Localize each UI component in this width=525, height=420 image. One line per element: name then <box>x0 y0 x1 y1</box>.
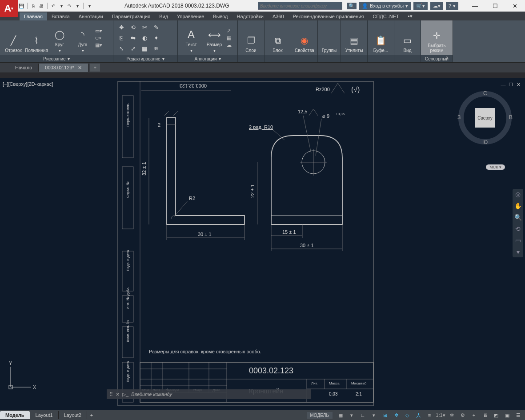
tab-insert[interactable]: Вставка <box>47 12 74 20</box>
lineweight-icon[interactable]: ≡ <box>425 411 434 419</box>
layers-button[interactable]: ❐Слои <box>240 22 261 54</box>
panel-draw-label[interactable]: Рисование ▾ <box>0 55 113 62</box>
cmd-close-icon[interactable]: ✕ <box>116 392 120 397</box>
ucs-icon[interactable]: X Y <box>5 361 36 392</box>
tab-parametric[interactable]: Параметризация <box>108 12 155 20</box>
tab-annotate[interactable]: Аннотации <box>74 12 108 20</box>
a360-icon[interactable]: ☁▾ <box>430 2 443 10</box>
layout-add-button[interactable]: + <box>87 412 96 418</box>
scale-icon[interactable]: ⤢ <box>128 44 138 53</box>
otrack-icon[interactable]: 人 <box>413 411 423 419</box>
circle-button[interactable]: ◯Круг▾ <box>49 22 70 54</box>
explode-icon[interactable]: ✦ <box>151 33 161 43</box>
help-icon[interactable]: ?▾ <box>446 2 458 10</box>
tab-home[interactable]: Главная <box>20 12 47 20</box>
model-space-badge[interactable]: МОДЕЛЬ <box>307 412 333 419</box>
cmd-handle-icon[interactable]: ⠿ <box>109 392 113 397</box>
app-logo[interactable]: A▾ <box>0 0 18 17</box>
tab-featured[interactable]: Рекомендованные приложения <box>289 12 369 20</box>
undo-icon[interactable]: ↶ <box>50 2 57 9</box>
layout-tab-2[interactable]: Layout2 <box>59 411 87 419</box>
infocenter-icon[interactable]: 🔍 <box>347 3 357 9</box>
dropdown-icon[interactable]: ▾ <box>58 2 65 9</box>
exchange-icon[interactable]: 🛒▾ <box>413 2 428 10</box>
isolate-icon[interactable]: ◩ <box>491 411 501 419</box>
polyline-button[interactable]: ⌇Полилиния <box>26 22 47 54</box>
props-button[interactable]: ◉Свойства <box>294 22 315 54</box>
mirror-icon[interactable]: ⇋ <box>128 33 138 43</box>
viewcube[interactable]: Сверху С Ю В З <box>458 91 512 144</box>
nav-pan-icon[interactable]: ✋ <box>514 202 522 209</box>
stretch-icon[interactable]: ⤡ <box>116 44 127 53</box>
plot-icon[interactable]: 🖶 <box>38 2 45 9</box>
viewcube-face[interactable]: Сверху <box>475 108 495 128</box>
cloud-icon[interactable]: ☁ <box>227 42 232 48</box>
vp-maximize-icon[interactable]: ☐ <box>508 81 514 88</box>
block-button[interactable]: ⧉Блок <box>267 22 288 54</box>
tab-spds[interactable]: СПДС .NET <box>368 12 403 20</box>
cleanscreen-icon[interactable]: ▣ <box>502 411 512 419</box>
groups-button[interactable]: Группы <box>321 22 338 54</box>
select-mode-button[interactable]: ✛Выбрать режим <box>424 22 450 54</box>
nav-orbit-icon[interactable]: ⟲ <box>515 225 521 232</box>
redo-icon[interactable]: ↷ <box>66 2 73 9</box>
tab-a360[interactable]: A360 <box>268 12 289 20</box>
view-button[interactable]: ▭Вид <box>397 22 418 54</box>
rotate-icon[interactable]: ⟲ <box>128 22 138 32</box>
panel-anno-label[interactable]: Аннотации ▾ <box>178 55 237 62</box>
dimension-button[interactable]: ⟷Размер▾ <box>204 22 225 54</box>
workspace-icon[interactable]: ⚙ <box>458 411 468 419</box>
customize-icon[interactable]: ☰ <box>513 411 523 419</box>
tab-manage[interactable]: Управление <box>172 12 208 20</box>
nav-wheel-icon[interactable]: ◎ <box>515 191 521 198</box>
wcs-badge[interactable]: МСК ▾ <box>486 164 505 170</box>
array-icon[interactable]: ▦ <box>139 44 150 53</box>
offset-icon[interactable]: ≋ <box>151 44 161 53</box>
copy-icon[interactable]: ⎘ <box>116 33 127 43</box>
annovisibility-icon[interactable]: ✲ <box>447 411 457 419</box>
nav-zoom-icon[interactable]: 🔍 <box>514 214 522 221</box>
status-dropdown-icon[interactable]: ▾ <box>369 411 379 419</box>
panel-edit-label[interactable]: Редактирование ▾ <box>113 55 177 62</box>
table-icon[interactable]: ▦ <box>227 35 232 41</box>
layout-tab-model[interactable]: Модель <box>0 411 30 419</box>
qat-more-icon[interactable]: ▾ <box>86 2 93 9</box>
rect-icon[interactable]: ▭▾ <box>95 28 102 34</box>
line-button[interactable]: ╱Отрезок <box>3 22 24 54</box>
clipboard-button[interactable]: 📋Буфе... <box>370 22 391 54</box>
drawing-canvas[interactable]: [−][Сверху][2D-каркас] ― ☐ ✕ 0003.02.123… <box>0 78 525 410</box>
annomarker-icon[interactable]: + <box>469 411 479 419</box>
fillet-icon[interactable]: ◐ <box>139 33 150 43</box>
tab-view[interactable]: Вид <box>155 12 172 20</box>
dropdown-icon[interactable]: ▾ <box>74 2 81 9</box>
tab-extra-icon[interactable]: ▪▾ <box>404 12 417 20</box>
vp-minimize-icon[interactable]: ― <box>500 81 506 88</box>
ortho-icon[interactable]: ⊞ <box>380 411 390 419</box>
ellipse-icon[interactable]: ⬭▾ <box>95 35 102 41</box>
save-icon[interactable]: 💾 <box>18 2 25 9</box>
maximize-button[interactable]: ☐ <box>485 0 505 12</box>
utils-button[interactable]: ▤Утилиты <box>344 22 365 54</box>
move-icon[interactable]: ✥ <box>116 22 127 32</box>
close-button[interactable]: ✕ <box>505 0 525 12</box>
tab-output[interactable]: Вывод <box>208 12 232 20</box>
erase-icon[interactable]: ✎ <box>151 22 161 32</box>
command-line[interactable]: ⠿ ✕ ▷_ Введите команду <box>107 389 311 399</box>
polar-icon[interactable]: ✲ <box>391 411 401 419</box>
nav-expand-icon[interactable]: ▾ <box>517 248 520 256</box>
new-tab-button[interactable]: + <box>90 64 100 72</box>
osnap-icon[interactable]: ◇ <box>402 411 412 419</box>
hatch-icon[interactable]: ▦▾ <box>95 42 102 48</box>
search-input[interactable] <box>258 2 342 10</box>
arc-button[interactable]: ◝Дуга▾ <box>72 22 93 54</box>
layout-tab-1[interactable]: Layout1 <box>30 411 59 419</box>
signin-button[interactable]: 👤 Вход в службы ▾ <box>359 2 411 10</box>
close-icon[interactable]: ✕ <box>78 65 82 71</box>
trim-icon[interactable]: ✂ <box>139 22 150 32</box>
grid-icon[interactable]: ▦ <box>336 411 345 419</box>
vp-close-icon[interactable]: ✕ <box>515 81 521 88</box>
saveas-icon[interactable]: ⎘ <box>30 2 37 9</box>
tab-addins[interactable]: Надстройки <box>232 12 268 20</box>
minimize-button[interactable]: ― <box>465 0 485 12</box>
nav-showmotion-icon[interactable]: ▭ <box>515 237 521 244</box>
